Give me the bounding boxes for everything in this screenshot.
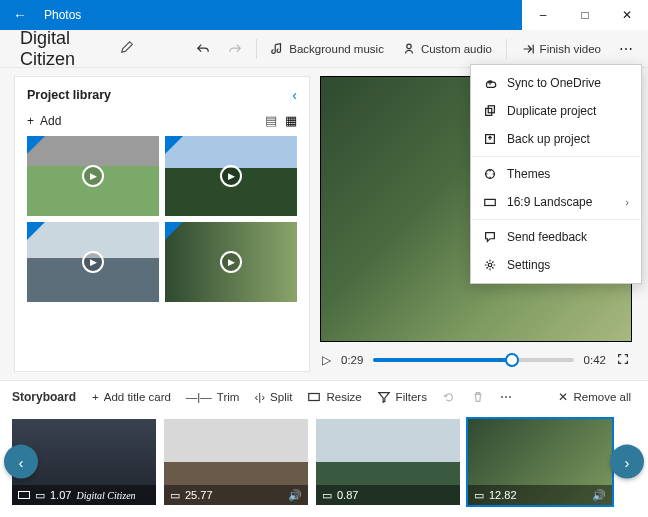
maximize-button[interactable]: □ [564,0,606,30]
menu-aspect[interactable]: 16:9 Landscape › [471,188,641,216]
svg-rect-7 [309,394,320,401]
audio-icon: 🔊 [288,489,302,502]
play-icon: ▶ [220,165,242,187]
clip-duration: 0.87 [337,489,358,501]
frame-icon: ▭ [322,489,332,502]
rotate-button[interactable] [437,387,461,407]
window-title: Photos [40,8,522,22]
project-library-panel: Project library ‹ + Add ▤ ▦ ▶ ▶ ▶ ▶ [14,76,310,372]
close-button[interactable]: ✕ [606,0,648,30]
storyboard-title: Storyboard [12,390,82,404]
library-title: Project library [27,88,111,102]
clips-row: ▭1.07Digital Citizen▭25.77🔊▭0.87▭12.82🔊 … [0,413,648,517]
view-grid-icon[interactable]: ▦ [285,113,297,128]
menu-backup[interactable]: Back up project [471,125,641,153]
library-item[interactable]: ▶ [165,136,297,216]
storyboard-more-button[interactable]: ⋯ [495,387,517,407]
library-item[interactable]: ▶ [165,222,297,302]
trim-icon: ―|― [186,391,212,403]
more-button[interactable]: ⋯ [613,37,640,61]
more-menu: Sync to OneDrive Duplicate project Back … [470,64,642,284]
play-button[interactable]: ▷ [322,353,331,367]
finish-video-button[interactable]: Finish video [515,38,607,60]
clip-duration: 12.82 [489,489,517,501]
custom-audio-button[interactable]: Custom audio [396,38,498,60]
split-button[interactable]: ‹|›Split [249,388,297,406]
main-toolbar: Digital Citizen Background music Custom … [0,30,648,68]
seek-progress [373,358,511,362]
trim-button[interactable]: ―|―Trim [181,388,245,406]
library-grid: ▶ ▶ ▶ ▶ [27,136,297,302]
audio-icon: 🔊 [592,489,606,502]
current-time: 0:29 [341,354,363,366]
frame-icon: ▭ [474,489,484,502]
delete-button[interactable] [466,387,490,407]
add-title-card-button[interactable]: +Add title card [87,388,176,406]
bg-music-button[interactable]: Background music [264,38,390,60]
minimize-button[interactable]: – [522,0,564,30]
clips-next-button[interactable]: › [610,445,644,479]
menu-themes[interactable]: Themes [471,160,641,188]
back-button[interactable]: ← [0,7,40,23]
project-title[interactable]: Digital Citizen [8,28,110,70]
library-item[interactable]: ▶ [27,136,159,216]
storyboard-clip[interactable]: ▭0.87 [316,419,460,505]
menu-duplicate[interactable]: Duplicate project [471,97,641,125]
menu-feedback[interactable]: Send feedback [471,223,641,251]
undo-button[interactable] [190,38,216,60]
seek-knob[interactable] [505,353,519,367]
clip-duration: 1.07 [50,489,71,501]
plus-icon: + [92,391,99,403]
bg-music-label: Background music [289,43,384,55]
title-bar: ← Photos – □ ✕ [0,0,648,30]
playback-controls: ▷ 0:29 0:42 [320,342,632,372]
svg-rect-5 [485,199,496,205]
finish-video-label: Finish video [540,43,601,55]
close-icon: ✕ [558,390,568,404]
storyboard-panel: Storyboard +Add title card ―|―Trim ‹|›Sp… [0,380,648,517]
svg-point-0 [407,44,411,48]
aspect-icon [18,491,30,499]
filters-button[interactable]: Filters [372,387,432,407]
frame-icon: ▭ [35,489,45,502]
play-icon: ▶ [82,251,104,273]
menu-settings[interactable]: Settings [471,251,641,279]
clips-prev-button[interactable]: ‹ [4,445,38,479]
svg-point-6 [488,263,492,267]
collapse-library-icon[interactable]: ‹ [292,87,297,103]
rename-icon[interactable] [116,36,138,61]
remove-all-button[interactable]: ✕Remove all [553,387,636,407]
custom-audio-label: Custom audio [421,43,492,55]
total-time: 0:42 [584,354,606,366]
seek-slider[interactable] [373,358,573,362]
storyboard-toolbar: Storyboard +Add title card ―|―Trim ‹|›Sp… [0,381,648,413]
storyboard-clip[interactable]: ▭25.77🔊 [164,419,308,505]
plus-icon: + [27,114,34,128]
clip-caption: Digital Citizen [76,490,135,501]
redo-button[interactable] [222,38,248,60]
library-item[interactable]: ▶ [27,222,159,302]
storyboard-clip[interactable]: ▭12.82🔊 [468,419,612,505]
view-large-icon[interactable]: ▤ [265,113,277,128]
play-icon: ▶ [82,165,104,187]
split-icon: ‹|› [254,391,265,403]
menu-sync[interactable]: Sync to OneDrive [471,69,641,97]
chevron-right-icon: › [625,196,629,208]
play-icon: ▶ [220,251,242,273]
clip-duration: 25.77 [185,489,213,501]
fullscreen-button[interactable] [616,352,630,368]
add-media-button[interactable]: + Add [27,114,61,128]
frame-icon: ▭ [170,489,180,502]
resize-button[interactable]: Resize [302,387,366,407]
